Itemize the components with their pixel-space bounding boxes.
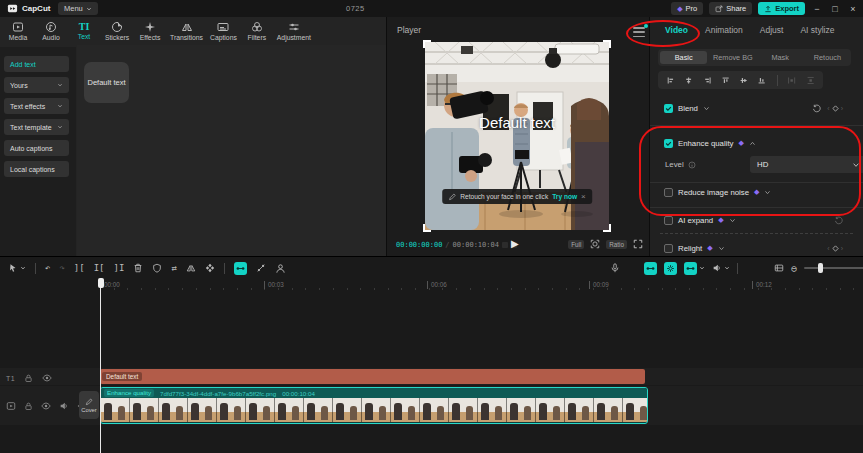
play-button[interactable]: ▶ xyxy=(511,238,519,249)
quality-button[interactable]: Full xyxy=(568,240,584,249)
chevron-down-icon[interactable] xyxy=(703,105,710,112)
adjust-grid-icon[interactable] xyxy=(205,263,215,273)
reset-icon[interactable] xyxy=(812,104,821,113)
subtab-retouch[interactable]: Retouch xyxy=(804,49,851,66)
align-left-icon[interactable] xyxy=(667,75,674,86)
try-now-link[interactable]: Try now xyxy=(552,193,577,200)
mirror-icon[interactable] xyxy=(186,263,196,273)
chevron-up-icon[interactable] xyxy=(749,140,756,147)
mask-icon[interactable] xyxy=(152,263,162,273)
close-button[interactable]: × xyxy=(847,4,859,14)
keyframe-control[interactable]: ‹› xyxy=(827,244,843,253)
delete-icon[interactable] xyxy=(133,263,143,273)
chevron-down-icon[interactable] xyxy=(764,189,771,196)
subtab-basic[interactable]: Basic xyxy=(660,51,707,64)
tab-stickers[interactable]: Stickers xyxy=(104,18,130,41)
tab-video[interactable]: Video xyxy=(665,25,688,35)
cover-button[interactable]: Cover xyxy=(79,391,99,419)
preview-axis-button[interactable] xyxy=(712,263,730,273)
subtab-mask[interactable]: Mask xyxy=(757,49,804,66)
magnet-toggle-icon[interactable] xyxy=(644,262,657,275)
tab-animation[interactable]: Animation xyxy=(705,25,743,35)
maximize-button[interactable]: □ xyxy=(829,4,841,14)
chevron-down-icon[interactable] xyxy=(718,245,725,252)
link-toggle-icon[interactable] xyxy=(664,262,677,275)
sidebar-item-yours[interactable]: Yours xyxy=(4,77,69,93)
undo-icon[interactable]: ↶ xyxy=(45,263,50,273)
keyframe-control[interactable]: ‹› xyxy=(827,104,843,113)
timeline-ruler[interactable]: 00:00 00:03 00:06 00:09 00:12 xyxy=(78,279,863,292)
ratio-button[interactable]: Ratio xyxy=(606,240,627,249)
relight-checkbox[interactable] xyxy=(664,244,673,253)
sidebar-item-local-captions[interactable]: Local captions xyxy=(4,161,69,177)
tab-adjustment[interactable]: Adjustment xyxy=(277,18,311,41)
text-overlay[interactable]: Default text xyxy=(425,114,609,131)
align-center-vertical-icon[interactable] xyxy=(740,75,747,86)
sidebar-item-text-template[interactable]: Text template xyxy=(4,119,69,135)
menu-button[interactable]: Menu xyxy=(58,2,98,15)
sidebar-item-text-effects[interactable]: Text effects xyxy=(4,98,69,114)
eye-icon[interactable] xyxy=(42,373,52,383)
level-dropdown[interactable]: HD xyxy=(750,156,863,173)
align-right-icon[interactable] xyxy=(704,75,711,86)
sidebar-item-add-text[interactable]: Add text xyxy=(4,56,69,72)
chevron-down-icon[interactable] xyxy=(729,217,736,224)
tooltip-close-icon[interactable]: × xyxy=(581,192,586,201)
snapshot-icon[interactable] xyxy=(590,239,600,249)
replace-icon[interactable]: ⇄ xyxy=(171,263,176,273)
selection-handle[interactable] xyxy=(423,224,431,232)
extract-person-icon[interactable] xyxy=(275,263,286,274)
timeline-zoom-slider[interactable] xyxy=(804,267,863,269)
tab-filters[interactable]: Filters xyxy=(244,18,270,41)
subtab-remove-bg[interactable]: Remove BG xyxy=(709,49,756,66)
tab-transitions[interactable]: Transitions xyxy=(170,18,203,41)
video-clip[interactable]: Enhance quality 7dfd77f3-34df-4ddf-a7fe-… xyxy=(100,387,648,424)
record-voiceover-icon[interactable] xyxy=(610,263,620,273)
tab-adjust[interactable]: Adjust xyxy=(760,25,784,35)
panel-menu-icon[interactable] xyxy=(633,27,645,37)
zoom-slider-handle[interactable] xyxy=(818,263,823,273)
blend-checkbox[interactable] xyxy=(664,104,673,113)
reset-icon[interactable] xyxy=(834,216,843,225)
sidebar-item-auto-captions[interactable]: Auto captions xyxy=(4,140,69,156)
tab-media[interactable]: Media xyxy=(5,18,31,41)
eye-icon[interactable] xyxy=(41,401,51,411)
playhead[interactable] xyxy=(100,278,101,453)
preview-link-toggle[interactable] xyxy=(684,262,705,275)
playhead-handle[interactable] xyxy=(98,278,104,288)
tab-effects[interactable]: Effects xyxy=(137,18,163,41)
trim-right-icon[interactable]: ]I xyxy=(114,263,125,273)
snap-toggle-icon[interactable] xyxy=(234,262,247,275)
timeline-view-icon[interactable] xyxy=(774,263,784,273)
selection-handle[interactable] xyxy=(423,40,431,48)
select-tool-button[interactable] xyxy=(8,263,26,273)
export-button[interactable]: Export xyxy=(758,2,805,15)
lock-icon[interactable] xyxy=(24,402,33,411)
tab-ai-stylize[interactable]: AI stylize xyxy=(800,25,834,35)
align-center-horizontal-icon[interactable] xyxy=(685,75,692,86)
text-clip[interactable]: Default text xyxy=(100,369,645,384)
align-bottom-icon[interactable] xyxy=(758,75,765,86)
tab-audio[interactable]: Audio xyxy=(38,18,64,41)
speed-curve-icon[interactable] xyxy=(256,263,266,273)
mute-icon[interactable] xyxy=(59,401,69,411)
share-button[interactable]: Share xyxy=(709,2,752,15)
fullscreen-icon[interactable] xyxy=(633,239,643,249)
align-top-icon[interactable] xyxy=(722,75,729,86)
trim-left-icon[interactable]: I[ xyxy=(94,263,105,273)
video-preview[interactable]: Default text Retouch your face in one cl… xyxy=(425,42,609,230)
zoom-out-icon[interactable]: ⊖ xyxy=(791,263,797,274)
default-text-card[interactable]: Default text xyxy=(84,62,129,103)
lock-icon[interactable] xyxy=(24,374,33,383)
selection-handle[interactable] xyxy=(603,224,611,232)
ai-expand-checkbox[interactable] xyxy=(664,216,673,225)
split-icon[interactable]: ][ xyxy=(74,263,85,273)
enhance-quality-checkbox[interactable] xyxy=(664,139,673,148)
minimize-button[interactable]: − xyxy=(811,4,823,14)
prev-frame-icon[interactable] xyxy=(502,242,508,248)
reduce-noise-checkbox[interactable] xyxy=(664,188,673,197)
tab-text[interactable]: TI Text xyxy=(71,18,97,40)
selection-handle[interactable] xyxy=(603,40,611,48)
pro-button[interactable]: ◆ Pro xyxy=(671,2,703,15)
tab-captions[interactable]: Captions xyxy=(210,18,237,41)
